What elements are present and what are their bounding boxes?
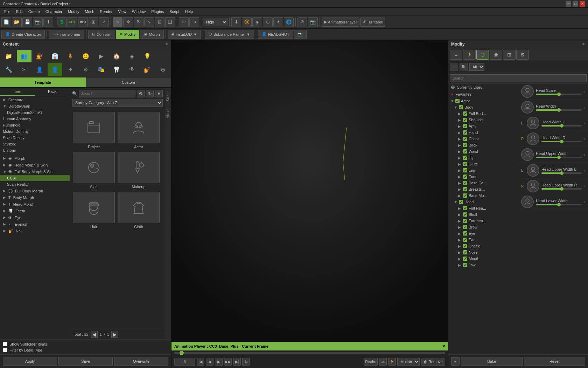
arm-checkbox[interactable] (463, 124, 467, 128)
menu-modify[interactable]: Modify (65, 9, 82, 14)
content-search-input[interactable] (79, 90, 135, 97)
material-icon-btn[interactable]: ◈ (125, 50, 139, 62)
tree-digital-skin[interactable]: DigitalHumanSkinV1 (0, 109, 70, 116)
clothing-icon-btn[interactable]: 👔 (48, 50, 62, 62)
item-tab[interactable]: Item (0, 88, 35, 96)
tree-body-morph[interactable]: ▶ T Body Morph (0, 194, 70, 201)
tree-nail[interactable]: ▶ 💅 Nail (0, 227, 70, 234)
favorites-item[interactable]: ♥ Favorites (448, 91, 518, 98)
transformer-btn[interactable]: ⟿ Transformer (49, 30, 84, 39)
grid-item-actor[interactable]: Actor (118, 112, 160, 149)
tool7-btn[interactable]: 🎭 (94, 63, 108, 76)
transform2-btn[interactable]: ⊞ (155, 17, 164, 27)
menu-mesh[interactable]: Mesh (82, 9, 97, 14)
turntable-btn[interactable]: ↺ Turntable (360, 18, 385, 27)
tree-body[interactable]: ▼ Body (448, 104, 518, 110)
show-subfolder-label[interactable]: Show Subfolder Items (3, 342, 168, 346)
filter-btn[interactable]: ⚙ (137, 90, 145, 97)
realm-btn[interactable]: Realm (364, 358, 378, 366)
create-character-btn[interactable]: 👤 Create Character (1, 30, 45, 39)
show-subfolder-checkbox[interactable] (3, 342, 7, 346)
dl-btn[interactable]: ⬇ (231, 17, 241, 27)
tool9-btn[interactable]: 👁 (125, 63, 139, 76)
headshot-btn[interactable]: 👤 HEADSHOT (258, 30, 293, 39)
tree-actor-root[interactable]: ▼ Actor (448, 98, 518, 104)
menu-window[interactable]: Window (129, 9, 148, 14)
head-width-r-track[interactable] (541, 141, 582, 142)
skip-start-btn[interactable]: |◀ (197, 358, 204, 366)
sort-select[interactable]: Sort by Category : A to Z (72, 99, 163, 107)
menu-render[interactable]: Render (97, 9, 115, 14)
substance-btn[interactable]: ⬡ Substance Painter ▼ (205, 30, 254, 39)
hand-checkbox[interactable] (463, 130, 467, 135)
modify-btn[interactable]: ✏ Modify (116, 30, 139, 39)
head-width-l-track[interactable] (541, 125, 582, 127)
tree-scan-reality[interactable]: Scan Reality (0, 135, 70, 141)
tree-uniform[interactable]: Uniform (0, 147, 70, 154)
save-content-btn[interactable]: Save (58, 357, 113, 366)
fbx-btn[interactable]: FBX (68, 17, 77, 27)
tool11-btn[interactable]: ⊕ (155, 63, 170, 76)
motion-select[interactable]: Motion (397, 358, 420, 366)
hair-icon-btn[interactable]: 💇 (32, 50, 47, 62)
pose-co-checkbox[interactable] (463, 181, 467, 185)
prev-page-btn[interactable]: ◀ (91, 331, 98, 338)
anim-btn[interactable]: ⟳ (298, 17, 307, 27)
grid-item-project[interactable]: Project (73, 112, 115, 149)
tool6-btn[interactable]: ⚙ (78, 63, 93, 76)
maximize-button[interactable]: □ (573, 1, 578, 7)
tree-cc3plus[interactable]: CC3+ (0, 175, 70, 181)
anim-progress-bar[interactable] (172, 350, 448, 355)
tree-glute[interactable]: ▶ Glute (448, 161, 518, 167)
scene-tab[interactable]: Scene (165, 88, 171, 105)
reset-btn[interactable]: Reset (524, 357, 586, 366)
nose-checkbox[interactable] (463, 250, 467, 254)
tree-full-body-morph-skin[interactable]: ▼ ◉ Full Body Morph & Skin (0, 168, 70, 175)
export2-btn[interactable]: ↗ (99, 17, 109, 27)
folder-icon-btn[interactable]: 📁 (1, 50, 16, 62)
camera-icon-btn[interactable]: 📷 (294, 30, 307, 39)
tree-breasts[interactable]: ▶ Breasts... (448, 186, 518, 192)
shoulder-checkbox[interactable] (463, 118, 467, 122)
morph-btn[interactable]: ◉ Morph (140, 30, 163, 39)
tree-full-bod[interactable]: ▶ Full Bod... (448, 110, 518, 117)
custom-tab[interactable]: Custom (86, 77, 172, 87)
tree-morph[interactable]: ▶ ◉ Morph (0, 155, 70, 162)
tree-hand[interactable]: ▶ Hand (448, 129, 518, 136)
next-page-btn[interactable]: ▶ (111, 331, 118, 338)
head-width-track[interactable] (536, 109, 582, 111)
tool5-btn[interactable]: ✦ (63, 63, 78, 76)
tool2-btn[interactable]: ✂ (17, 63, 31, 76)
tree-mouth[interactable]: ▶ Mouth (448, 255, 518, 262)
body-checkbox[interactable] (459, 105, 463, 109)
minimize-button[interactable]: ─ (566, 1, 571, 7)
tree-base-mo[interactable]: ▶ Base Mo... (448, 192, 518, 199)
export-btn[interactable]: ⬆ (43, 17, 53, 27)
menu-plugins[interactable]: Plugins (148, 9, 167, 14)
render2-btn[interactable]: ◈ (252, 17, 262, 27)
modify-tab-person[interactable]: 🏃 (463, 50, 476, 60)
head-upper-width-l-track[interactable] (541, 172, 582, 174)
prev-frame-btn[interactable]: ◀ (206, 358, 214, 366)
head-lower-width-track[interactable] (536, 204, 582, 205)
anim-player-close[interactable]: ✕ (442, 344, 445, 349)
open-btn[interactable]: 📂 (12, 17, 22, 27)
scale-btn[interactable]: ⤡ (144, 17, 154, 27)
tree-dorothyjean[interactable]: ▼ DorothyJean (0, 103, 70, 109)
tree-head-morph[interactable]: ▶ T Head Morph (0, 201, 70, 207)
redo-btn[interactable]: ↪ (189, 17, 199, 27)
modify-tab-material[interactable]: ◉ (490, 50, 502, 60)
modify-close-icon[interactable]: ✕ (582, 42, 585, 47)
anim-input[interactable]: 0 (174, 358, 195, 366)
modify-tab-checker[interactable]: ⊞ (503, 50, 516, 60)
undo-btn[interactable]: ↩ (179, 17, 189, 27)
modify-tab-settings[interactable]: ⚙ (516, 50, 529, 60)
tool1-btn[interactable]: 🔧 (1, 63, 16, 76)
mouth-checkbox[interactable] (463, 257, 467, 261)
add-btn[interactable]: + (450, 63, 458, 71)
jaw-checkbox[interactable] (463, 263, 467, 267)
viewport-canvas[interactable] (172, 40, 448, 342)
forehead-checkbox[interactable] (463, 219, 467, 223)
back-checkbox[interactable] (463, 143, 467, 147)
tool10-btn[interactable]: 💅 (140, 63, 155, 76)
